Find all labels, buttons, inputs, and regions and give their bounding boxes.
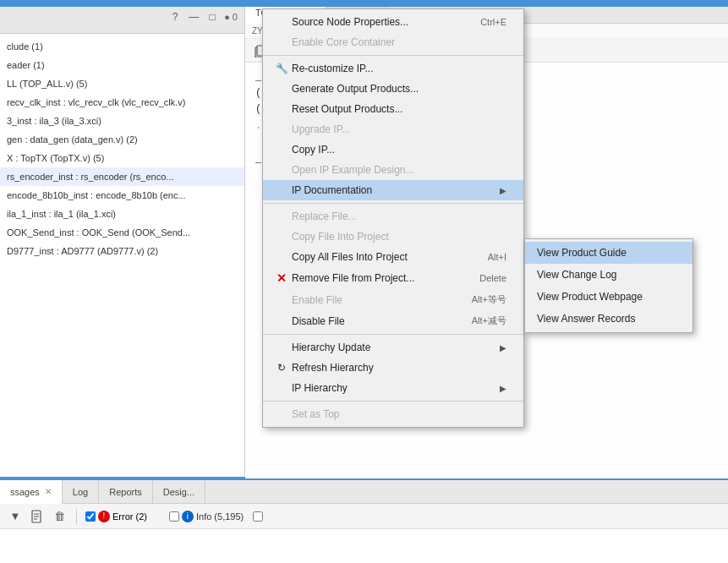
error-label: Error (2) [112, 511, 147, 522]
tab-reports[interactable]: Reports [99, 480, 153, 504]
error-checkbox-item[interactable]: ! Error (2) [85, 511, 147, 522]
maximize-icon[interactable]: □ [205, 10, 219, 24]
info-checkbox-2[interactable] [253, 511, 263, 522]
submenu-arrow: ▶ [500, 186, 506, 195]
item-text: ila_1_inst : ila_1 (ila_1.xci) [7, 209, 116, 219]
menu-open-ip-example: Open IP Example Design... [263, 160, 523, 180]
tab-messages[interactable]: ssages ✕ [0, 480, 63, 504]
menu-enable-core-container: Enable Core Container [263, 32, 523, 52]
hierarchy-item-ila3[interactable]: 3_inst : ila_3 (ila_3.xci) [0, 112, 244, 130]
hierarchy-item-encode8b10b[interactable]: encode_8b10b_inst : encode_8b10b (enc... [0, 186, 244, 205]
wrench-icon: 🔧 [275, 63, 288, 74]
info-checkbox[interactable] [169, 511, 179, 522]
menu-upgrade-ip: Upgrade IP... [263, 119, 523, 139]
minimize-icon[interactable]: — [187, 10, 200, 24]
hierarchy-item-datagen[interactable]: gen : data_gen (data_gen.v) (2) [0, 130, 244, 149]
context-menu: Source Node Properties... Ctrl+E Enable … [262, 8, 524, 428]
hierarchy-item-rsencoder[interactable]: rs_encoder_inst : rs_encoder (rs_enco... [0, 167, 244, 186]
menu-source-node-props[interactable]: Source Node Properties... Ctrl+E [263, 12, 523, 32]
hierarchy-item-ooksend[interactable]: OOK_Send_inst : OOK_Send (OOK_Send... [0, 223, 244, 242]
shortcut-remove-file: Delete [479, 273, 506, 283]
menu-separator-2 [263, 203, 523, 204]
menu-separator-3 [263, 334, 523, 335]
info-icon: i [182, 511, 194, 522]
refresh-icon: ↻ [275, 362, 288, 374]
menu-generate-output[interactable]: Generate Output Products... [263, 79, 523, 99]
tab-messages-close[interactable]: ✕ [45, 487, 52, 496]
item-text: X : TopTX (TopTX.v) (5) [7, 153, 104, 163]
top-bar [0, 0, 728, 7]
shortcut-disable-file: Alt+减号 [472, 314, 506, 327]
help-icon[interactable]: ? [168, 10, 182, 24]
x-red-icon: ✕ [275, 271, 288, 285]
menu-ip-hierarchy[interactable]: IP Hierarchy ▶ [263, 378, 523, 398]
submenu-view-change-log[interactable]: View Change Log [525, 264, 692, 286]
item-text: LL (TOP_ALL.v) (5) [7, 79, 87, 89]
menu-hierarchy-update[interactable]: Hierarchy Update ▶ [263, 337, 523, 358]
bottom-panel: ssages ✕ Log Reports Desig... ▼ 🗑 ! Erro… [0, 478, 728, 563]
menu-copy-file-into: Copy File Into Project [263, 227, 523, 247]
submenu-view-answer-records[interactable]: View Answer Records [525, 308, 692, 330]
error-checkbox[interactable] [85, 511, 96, 522]
file-btn[interactable] [29, 508, 46, 525]
menu-disable-file[interactable]: Disable File Alt+减号 [263, 310, 523, 331]
hierarchy-item-topall[interactable]: LL (TOP_ALL.v) (5) [0, 74, 244, 93]
tab-design[interactable]: Desig... [153, 480, 205, 504]
hierarchy-item-header[interactable]: eader (1) [0, 56, 244, 74]
hierarchy-item-toptx[interactable]: X : TopTX (TopTX.v) (5) [0, 149, 244, 167]
shortcut-copy-all: Alt+I [488, 252, 506, 262]
arrow-down-btn[interactable]: ▼ [7, 508, 24, 525]
menu-set-as-top: Set as Top [263, 404, 523, 424]
submenu-view-product-webpage[interactable]: View Product Webpage [525, 286, 692, 308]
counter-label: ● 0 [224, 12, 238, 22]
bottom-toolbar: ▼ 🗑 ! Error (2) i Info (5,195) [0, 504, 728, 529]
submenu-view-product-guide[interactable]: View Product Guide [525, 242, 692, 264]
hierarchy-item-ad9777[interactable]: D9777_inst : AD9777 (AD9777.v) (2) [0, 242, 244, 260]
hierarchy-arrow: ▶ [500, 343, 506, 353]
error-icon: ! [98, 511, 110, 522]
item-text: clude (1) [7, 41, 43, 52]
menu-recustomize-ip[interactable]: 🔧 Re-customize IP... [263, 58, 523, 79]
hierarchy-item-ila1[interactable]: ila_1_inst : ila_1 (ila_1.xci) [0, 205, 244, 223]
item-text: gen : data_gen (data_gen.v) (2) [7, 134, 138, 145]
hierarchy-list: clude (1) eader (1) LL (TOP_ALL.v) (5) r… [0, 34, 244, 264]
menu-separator-1 [263, 55, 523, 56]
menu-enable-file: Enable File Alt+等号 [263, 289, 523, 310]
trash-btn[interactable]: 🗑 [51, 508, 68, 525]
menu-replace-file: Replace File... [263, 206, 523, 227]
menu-copy-ip[interactable]: Copy IP... [263, 139, 523, 160]
item-text: encode_8b10b_inst : encode_8b10b (enc... [7, 190, 186, 200]
item-text: OOK_Send_inst : OOK_Send (OOK_Send... [7, 227, 190, 238]
menu-separator-4 [263, 401, 523, 402]
menu-remove-file[interactable]: ✕ Remove File from Project... Delete [263, 267, 523, 289]
hierarchy-item-include[interactable]: clude (1) [0, 37, 244, 56]
item-text: rs_encoder_inst : rs_encoder (rs_enco... [7, 172, 174, 182]
ip-hierarchy-arrow: ▶ [500, 384, 506, 393]
tab-log[interactable]: Log [63, 480, 99, 504]
item-text: recv_clk_inst : vlc_recv_clk (vlc_recv_c… [7, 97, 186, 107]
menu-ip-documentation[interactable]: IP Documentation ▶ [263, 180, 523, 200]
bottom-tab-bar: ssages ✕ Log Reports Desig... [0, 480, 728, 504]
menu-reset-output[interactable]: Reset Output Products... [263, 99, 523, 119]
shortcut-source-node: Ctrl+E [480, 17, 506, 27]
hierarchy-item-recv[interactable]: recv_clk_inst : vlc_recv_clk (vlc_recv_c… [0, 93, 244, 112]
info-label: Info (5,195) [196, 511, 244, 522]
submenu-ip-documentation: View Product Guide View Change Log View … [524, 238, 693, 333]
info-badge: i Info (5,195) [169, 511, 263, 522]
item-text: eader (1) [7, 60, 45, 70]
item-text: D9777_inst : AD9777 (AD9777.v) (2) [7, 246, 158, 256]
menu-copy-all-files[interactable]: Copy All Files Into Project Alt+I [263, 247, 523, 267]
shortcut-enable-file: Alt+等号 [472, 293, 506, 306]
item-text: 3_inst : ila_3 (ila_3.xci) [7, 116, 101, 126]
menu-refresh-hierarchy[interactable]: ↻ Refresh Hierarchy [263, 358, 523, 378]
